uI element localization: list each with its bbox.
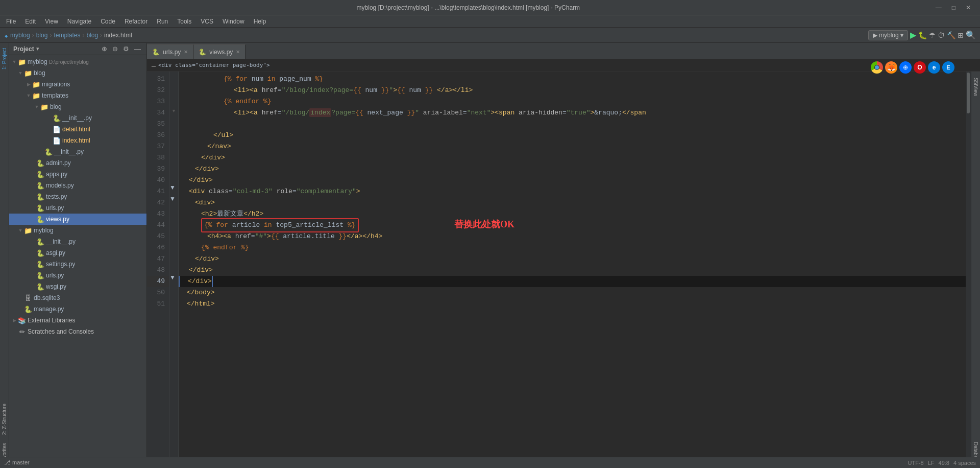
tree-item-init1[interactable]: 🐍 __init__.py xyxy=(9,112,146,124)
indent-type[interactable]: 4 spaces xyxy=(953,460,976,466)
menu-help[interactable]: Help xyxy=(250,17,271,26)
scrollbar-thumb[interactable] xyxy=(967,73,970,113)
menu-view[interactable]: View xyxy=(41,17,62,26)
menu-window[interactable]: Window xyxy=(218,17,249,26)
tree-item-urls2[interactable]: 🐍 urls.py xyxy=(9,270,146,281)
fold-37[interactable] xyxy=(169,139,178,150)
menu-navigate[interactable]: Navigate xyxy=(63,17,95,26)
sidebar-title-arrow[interactable]: ▾ xyxy=(36,45,39,52)
tab-urls-close[interactable]: ✕ xyxy=(184,49,188,55)
git-branch[interactable]: ⎇ master xyxy=(4,459,30,466)
fold-36[interactable] xyxy=(169,128,178,139)
fold-38[interactable] xyxy=(169,150,178,161)
fold-44[interactable] xyxy=(169,218,178,229)
tree-item-urls1[interactable]: 🐍 urls.py xyxy=(9,202,146,214)
fold-40[interactable] xyxy=(169,173,178,184)
fold-31[interactable] xyxy=(169,72,178,83)
menu-vcs[interactable]: VCS xyxy=(197,17,217,26)
chrome-icon[interactable] xyxy=(871,61,883,74)
breadcrumb-templates[interactable]: templates xyxy=(54,32,80,39)
tree-item-blog[interactable]: ▼ 📁 blog xyxy=(9,67,146,79)
tree-item-admin[interactable]: 🐍 admin.py xyxy=(9,157,146,169)
edge2-icon[interactable]: E xyxy=(942,61,954,74)
maximize-button[interactable]: □ xyxy=(948,3,960,12)
menu-edit[interactable]: Edit xyxy=(21,17,40,26)
menu-refactor[interactable]: Refactor xyxy=(120,17,152,26)
tab-urls[interactable]: 🐍 urls.py ✕ xyxy=(147,44,193,59)
encoding[interactable]: UTF-8 xyxy=(908,460,924,466)
tree-item-templates[interactable]: ▼ 📁 templates xyxy=(9,90,146,101)
menu-run[interactable]: Run xyxy=(153,17,172,26)
line-ending[interactable]: LF xyxy=(928,460,935,466)
edge-icon[interactable]: e xyxy=(928,61,940,74)
locate-in-tree-button[interactable]: ⊕ xyxy=(100,45,109,53)
code-content[interactable]: {% for num in page_num %} <li><a href="/… xyxy=(179,72,966,468)
tree-item-init2[interactable]: 🐍 __init__.py xyxy=(9,146,146,157)
tree-item-settings[interactable]: 🐍 settings.py xyxy=(9,259,146,270)
tree-item-wsgi[interactable]: 🐍 wsgi.py xyxy=(9,281,146,292)
menu-tools[interactable]: Tools xyxy=(173,17,195,26)
tree-item-init3[interactable]: 🐍 __init__.py xyxy=(9,236,146,247)
tree-item-asgi[interactable]: 🐍 asgi.py xyxy=(9,247,146,259)
myblog-dropdown[interactable]: ▶ myblog ▾ xyxy=(868,30,908,40)
coverage-button[interactable]: ☂ xyxy=(929,31,936,39)
tree-item-views[interactable]: 🐍 views.py xyxy=(9,214,146,225)
fold-41[interactable]: ▼ xyxy=(169,184,178,195)
fold-49[interactable]: ▼ xyxy=(169,274,178,285)
code-editor[interactable]: 31 32 33 34 35 36 37 38 39 40 41 42 43 4… xyxy=(147,72,980,468)
panel-label-project[interactable]: 1: Project xyxy=(1,43,8,75)
settings-button[interactable]: ⚙ xyxy=(121,45,131,53)
debug-button[interactable]: 🐛 xyxy=(918,31,927,39)
close-button[interactable]: ✕ xyxy=(962,3,975,12)
fold-42[interactable]: ▼ xyxy=(169,195,178,206)
window-controls[interactable]: — □ ✕ xyxy=(932,3,975,12)
safari-icon[interactable]: ⊕ xyxy=(899,61,912,74)
breadcrumb-indexhtml[interactable]: index.html xyxy=(104,32,132,39)
tree-item-myblog-sub[interactable]: ▼ 📁 myblog xyxy=(9,225,146,236)
breadcrumb-blog2[interactable]: blog xyxy=(86,32,98,39)
fold-33[interactable] xyxy=(169,94,178,105)
tree-item-scratches[interactable]: ✏ Scratches and Consoles xyxy=(9,326,146,337)
tree-item-db-sqlite[interactable]: 🗄 db.sqlite3 xyxy=(9,292,146,303)
panel-label-zstructure[interactable]: 2: Z-Structure xyxy=(1,400,8,439)
tree-item-tests[interactable]: 🐍 tests.py xyxy=(9,191,146,202)
fold-34[interactable]: ▼ xyxy=(169,105,178,116)
fold-45[interactable] xyxy=(169,229,178,240)
tab-views-close[interactable]: ✕ xyxy=(236,49,240,55)
menu-code[interactable]: Code xyxy=(96,17,119,26)
run-button[interactable]: ▶ xyxy=(910,30,916,40)
minimap-scrollbar[interactable] xyxy=(966,72,971,468)
tree-item-myblog-root[interactable]: ▼ 📁 myblog D:\project\myblog xyxy=(9,56,146,67)
profile-button[interactable]: ⏱ xyxy=(938,31,945,39)
tree-item-index-html[interactable]: 📄 index.html xyxy=(9,135,146,146)
build-button[interactable]: 🔨 xyxy=(947,31,955,39)
s5iview-label[interactable]: S5iView xyxy=(972,74,979,100)
fold-43[interactable] xyxy=(169,206,178,218)
firefox-icon[interactable]: 🦊 xyxy=(885,61,897,74)
collapse-all-button[interactable]: ⊖ xyxy=(111,45,119,53)
fold-46[interactable] xyxy=(169,240,178,251)
breadcrumb-myblog[interactable]: myblog xyxy=(10,32,30,39)
tree-item-apps[interactable]: 🐍 apps.py xyxy=(9,169,146,180)
breadcrumb-blog[interactable]: blog xyxy=(36,32,48,39)
search-everywhere[interactable]: 🔍 xyxy=(966,30,976,40)
tree-item-migrations[interactable]: ▶ 📁 migrations xyxy=(9,79,146,90)
menu-file[interactable]: File xyxy=(2,17,20,26)
fold-39[interactable] xyxy=(169,161,178,173)
minimize-button[interactable]: — xyxy=(932,3,946,12)
more-run-button[interactable]: ⊞ xyxy=(958,31,964,39)
opera-icon[interactable]: O xyxy=(914,61,926,74)
fold-50[interactable] xyxy=(169,285,178,296)
fold-47[interactable] xyxy=(169,251,178,263)
fold-35[interactable] xyxy=(169,116,178,128)
fold-48[interactable] xyxy=(169,263,178,274)
fold-51[interactable] xyxy=(169,296,178,308)
tab-views[interactable]: 🐍 views.py ✕ xyxy=(193,44,246,59)
tree-item-models[interactable]: 🐍 models.py xyxy=(9,180,146,191)
tree-item-manage[interactable]: 🐍 manage.py xyxy=(9,303,146,315)
tree-item-blog-sub[interactable]: ▼ 📁 blog xyxy=(9,101,146,112)
tree-item-external-libs[interactable]: ▶ 📚 External Libraries xyxy=(9,315,146,326)
tree-item-detail-html[interactable]: 📄 detail.html xyxy=(9,124,146,135)
hide-panel-button[interactable]: — xyxy=(133,45,142,53)
fold-32[interactable] xyxy=(169,83,178,94)
